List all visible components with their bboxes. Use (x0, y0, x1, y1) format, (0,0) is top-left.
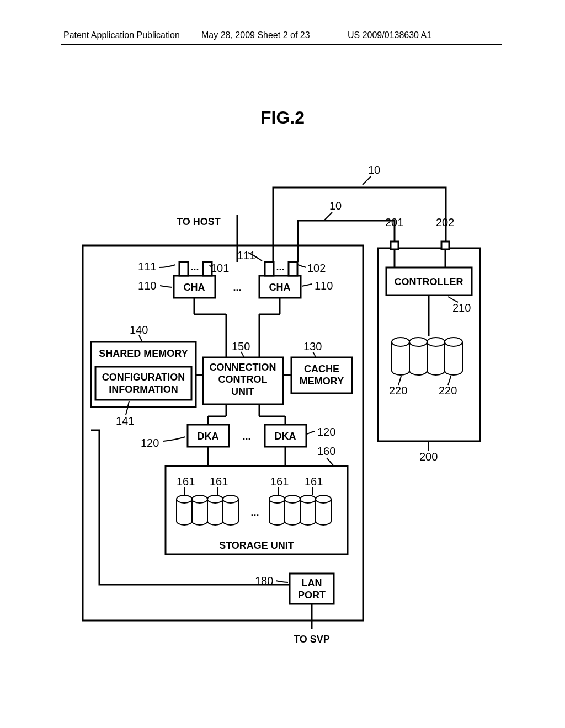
cache-2: MEMORY (300, 376, 344, 387)
diagram: TO HOST 10 10 CHA CHA ... ... ... 111 11… (61, 160, 504, 659)
config-info-1: CONFIGURATION (102, 372, 185, 383)
cache-1: CACHE (304, 363, 339, 374)
dka-left-label: DKA (198, 431, 219, 442)
ref-202: 202 (436, 216, 454, 228)
ref-140: 140 (130, 324, 148, 336)
ref-101: 101 (211, 262, 229, 274)
to-svp-label: TO SVP (294, 634, 330, 645)
conn-2: CONTROL (218, 374, 268, 385)
conn-3: UNIT (231, 386, 254, 397)
ref-220b: 220 (439, 384, 457, 397)
port-202 (441, 242, 449, 249)
ref-220a: 220 (389, 384, 407, 397)
ref-110a: 110 (138, 280, 156, 292)
ref-200: 200 (419, 451, 438, 463)
ref-120b: 120 (317, 426, 335, 438)
config-info-2: INFORMATION (109, 384, 178, 395)
lan-1: LAN (302, 577, 322, 588)
header-right: US 2009/0138630 A1 (348, 30, 431, 40)
port-ell-left: ... (190, 261, 199, 272)
ref-102: 102 (307, 262, 326, 274)
ref-201: 201 (385, 216, 403, 228)
shared-memory-label: SHARED MEMORY (99, 348, 188, 359)
conn-1: CONNECTION (210, 362, 276, 373)
storage-unit-label: STORAGE UNIT (219, 540, 294, 551)
dka-ell: ... (242, 431, 250, 442)
lead-10b (324, 212, 332, 221)
ref-111a: 111 (138, 260, 156, 272)
figure-title: FIG.2 (0, 108, 565, 128)
port-102 (289, 262, 297, 276)
ref-161a: 161 (177, 475, 195, 488)
ref-161c: 161 (270, 475, 289, 488)
to-host-label: TO HOST (177, 216, 221, 227)
ref-141: 141 (116, 415, 134, 427)
port-111a (179, 262, 188, 276)
ref-130: 130 (303, 340, 322, 352)
dka-right-label: DKA (275, 431, 296, 442)
cha-ellipsis: ... (233, 282, 241, 293)
controller-label: CONTROLLER (395, 276, 463, 287)
ref-120a: 120 (141, 437, 159, 449)
header-mid: May 28, 2009 Sheet 2 of 23 (201, 30, 310, 40)
cha-left-label: CHA (184, 282, 205, 293)
lan-2: PORT (298, 590, 326, 601)
port-201 (391, 242, 398, 249)
ref-10-inner: 10 (329, 200, 342, 212)
ref-210: 210 (452, 302, 471, 314)
ref-110b: 110 (315, 280, 333, 292)
ref-150: 150 (232, 340, 250, 352)
ref-160: 160 (317, 445, 335, 457)
lead-10a (363, 176, 371, 185)
ref-161d: 161 (305, 475, 323, 488)
ref-10-top: 10 (368, 164, 380, 176)
port-111b (265, 262, 274, 276)
header-rule (61, 44, 502, 45)
cha-right-label: CHA (269, 282, 291, 293)
port-ell-right: ... (276, 261, 284, 272)
header-left: Patent Application Publication (63, 30, 180, 40)
disk-ell: ... (250, 507, 259, 518)
ref-161b: 161 (210, 475, 228, 488)
